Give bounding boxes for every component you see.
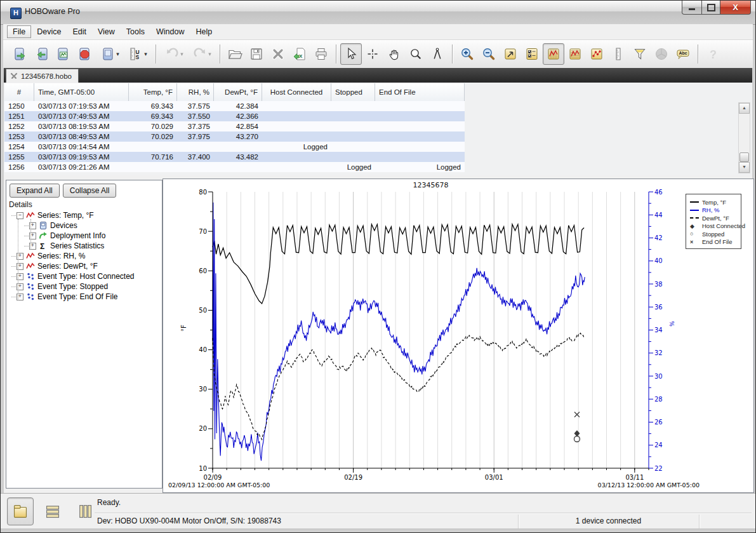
tree-item[interactable]: −Series: Temp, °F <box>9 210 162 220</box>
tree-item[interactable]: +Event Type: Stopped <box>9 281 162 292</box>
table-row[interactable]: 125403/07/13 09:14:54 AMLogged <box>4 142 465 152</box>
menu-item-file[interactable]: File <box>7 25 31 38</box>
menu-item-window[interactable]: Window <box>150 25 190 38</box>
horizontal-gridlines-chart-button[interactable] <box>564 43 586 65</box>
dropdown-arrow-icon[interactable]: ▾ <box>208 51 211 57</box>
close-file-button[interactable] <box>267 43 289 65</box>
menu-item-device[interactable]: Device <box>31 25 67 38</box>
expand-all-button[interactable]: Expand All <box>10 184 60 198</box>
redo-button[interactable]: ▾ <box>188 43 216 65</box>
table-row[interactable]: 125203/07/13 08:19:53 AM70.02937.37542.8… <box>4 121 465 132</box>
close-button[interactable]: X <box>720 1 751 15</box>
plot-panel: 1234567810203040506070802224262830323436… <box>162 179 754 493</box>
event-icon <box>26 282 35 291</box>
series-checklist-button[interactable] <box>521 43 543 65</box>
device-info-text: Dev: HOBO UX90-004M Motor On/Off, S/N: 1… <box>97 516 281 525</box>
collapse-toggle-icon[interactable]: − <box>17 212 23 219</box>
table-cell: 03/07/13 07:49:53 AM <box>34 111 129 121</box>
menu-item-view[interactable]: View <box>92 25 121 38</box>
vertical-gridlines-chart-button[interactable] <box>543 43 564 65</box>
column-header[interactable]: # <box>4 83 34 101</box>
print-button[interactable] <box>310 43 332 65</box>
table-cell: 1252 <box>4 121 34 132</box>
title-bar[interactable]: H HOBOware Pro X <box>1 1 755 25</box>
stop-device-button[interactable] <box>74 43 96 65</box>
help-button[interactable] <box>702 43 724 65</box>
maximize-button[interactable] <box>702 1 720 15</box>
zoom-out-button[interactable] <box>478 43 500 65</box>
ruler-button[interactable] <box>607 43 629 65</box>
print-icon <box>314 46 329 62</box>
dropdown-arrow-icon[interactable]: ▾ <box>144 51 147 57</box>
save-file-button[interactable] <box>246 43 267 65</box>
minimize-button[interactable] <box>682 1 702 15</box>
scroll-thumb[interactable] <box>739 152 749 162</box>
column-header[interactable]: Host Connected <box>262 83 331 101</box>
column-header[interactable]: DewPt, °F <box>214 83 262 101</box>
tree-item[interactable]: +Deployment Info <box>9 231 162 241</box>
measure-tool-icon <box>430 46 445 62</box>
pie-chart-button[interactable] <box>651 43 672 65</box>
menu-item-edit[interactable]: Edit <box>67 25 92 38</box>
column-view-button[interactable] <box>72 497 98 525</box>
tree-item-label: Series: RH, % <box>37 252 85 260</box>
column-header[interactable]: End Of File <box>375 83 465 101</box>
table-cell: 37.550 <box>177 111 214 121</box>
launch-device-button[interactable] <box>10 43 31 65</box>
column-header[interactable]: RH, % <box>177 83 214 101</box>
select-tool-button[interactable] <box>340 43 362 65</box>
filter-series-button[interactable] <box>629 43 651 65</box>
table-row[interactable]: 125503/07/13 09:19:53 AM70.71637.40043.4… <box>4 152 465 162</box>
collapse-all-button[interactable]: Collapse All <box>63 184 117 198</box>
menu-item-help[interactable]: Help <box>190 25 218 38</box>
dropdown-arrow-icon[interactable]: ▾ <box>180 51 183 57</box>
annotation-abc-icon <box>675 46 691 62</box>
tree-item[interactable]: +Event Type: End Of File <box>9 292 162 302</box>
column-header[interactable]: Stopped <box>331 83 375 101</box>
table-cell: Logged <box>331 162 375 172</box>
table-row[interactable]: 125003/07/13 07:19:53 AM69.34337.57542.3… <box>4 101 465 111</box>
readout-device-button[interactable] <box>31 43 53 65</box>
zoom-tool-button[interactable] <box>405 43 427 65</box>
table-scrollbar[interactable]: ▲ ▼ <box>738 102 750 173</box>
tree-item[interactable]: +Series Statistics <box>9 241 162 251</box>
annotation-abc-button[interactable] <box>672 43 694 65</box>
device-status-button[interactable]: ▾ <box>96 43 124 65</box>
time-series-plot[interactable]: 1234567810203040506070802224262830323436… <box>163 179 753 492</box>
units-us-button[interactable]: ▾ <box>124 43 152 65</box>
zoom-in-button[interactable] <box>456 43 478 65</box>
crosshair-tool-button[interactable] <box>362 43 383 65</box>
points-chart-button[interactable] <box>586 43 607 65</box>
tree-item[interactable]: +Event Type: Host Connected <box>9 271 162 281</box>
measure-tool-button[interactable] <box>427 43 448 65</box>
column-header[interactable]: Time, GMT-05:00 <box>34 83 129 101</box>
legend-entry: ◆Host Connected <box>690 222 738 231</box>
plot-view-button[interactable] <box>7 497 34 525</box>
legend-entry: DewPt, °F <box>690 214 738 222</box>
table-cell <box>262 101 331 111</box>
window-title: HOBOware Pro <box>25 7 80 16</box>
menu-item-tools[interactable]: Tools <box>121 25 150 38</box>
dropdown-arrow-icon[interactable]: ▾ <box>116 51 119 57</box>
list-view-button[interactable] <box>39 497 66 525</box>
open-file-button[interactable] <box>224 43 246 65</box>
table-row[interactable]: 125303/07/13 08:49:53 AM70.02937.97543.2… <box>4 132 465 142</box>
column-header[interactable]: Temp, °F <box>129 83 177 101</box>
scroll-down-button[interactable]: ▼ <box>739 162 750 173</box>
svg-text:03/12/13 12:00:00 AM GMT-05:00: 03/12/13 12:00:00 AM GMT-05:00 <box>598 482 700 489</box>
tree-item[interactable]: +Series: DewPt, °F <box>9 261 162 271</box>
plot-device-button[interactable] <box>53 43 74 65</box>
resize-plot-button[interactable] <box>500 43 521 65</box>
tab-datafile[interactable]: 12345678.hobo <box>6 69 79 83</box>
table-cell <box>177 162 214 172</box>
tree-item[interactable]: +Devices <box>9 220 162 231</box>
table-row[interactable]: 125603/07/13 09:21:26 AMLoggedLogged <box>4 162 465 172</box>
export-data-button[interactable] <box>289 43 310 65</box>
table-row[interactable]: 125103/07/13 07:49:53 AM69.34337.55042.3… <box>4 111 465 121</box>
pan-tool-button[interactable] <box>383 43 405 65</box>
undo-button[interactable]: ▾ <box>160 43 188 65</box>
scroll-up-button[interactable]: ▲ <box>739 103 750 114</box>
event-marker-diamond <box>574 430 580 436</box>
tree-item[interactable]: +Series: RH, % <box>9 251 162 261</box>
tab-label: 12345678.hobo <box>21 72 72 80</box>
